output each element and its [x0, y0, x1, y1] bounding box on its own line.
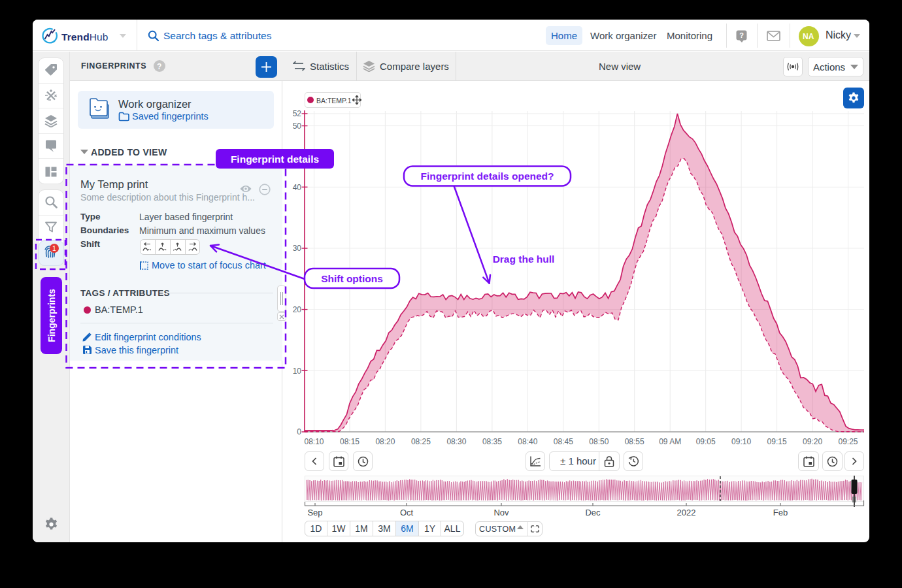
svg-text:Fingerprint details: Fingerprint details [231, 154, 319, 165]
svg-text:Dec: Dec [585, 508, 601, 517]
svg-text:08:35: 08:35 [482, 437, 502, 446]
svg-text:20: 20 [293, 305, 302, 314]
svg-text:50: 50 [293, 122, 302, 131]
svg-text:Oct: Oct [400, 508, 414, 517]
svg-text:30: 30 [293, 244, 302, 253]
svg-text:Sep: Sep [307, 508, 322, 517]
svg-text:08:45: 08:45 [554, 437, 573, 446]
svg-text:10: 10 [293, 367, 302, 376]
svg-text:09:10: 09:10 [731, 437, 751, 446]
svg-text:Shift options: Shift options [321, 273, 383, 284]
svg-text:0: 0 [297, 427, 301, 436]
svg-text:Fingerprint details opened?: Fingerprint details opened? [420, 171, 554, 182]
svg-text:Nov: Nov [493, 508, 509, 517]
svg-text:08:15: 08:15 [340, 437, 359, 446]
svg-text:09:20: 09:20 [803, 437, 822, 446]
svg-text:08:40: 08:40 [518, 437, 537, 446]
svg-text:09:05: 09:05 [696, 437, 716, 446]
svg-text:09:25: 09:25 [838, 437, 858, 446]
svg-text:08:10: 08:10 [304, 437, 324, 446]
svg-text:08:20: 08:20 [375, 437, 395, 446]
svg-text:08:50: 08:50 [589, 437, 609, 446]
svg-text:2022: 2022 [677, 508, 696, 517]
svg-text:08:25: 08:25 [411, 437, 431, 446]
svg-text:09 AM: 09 AM [659, 437, 681, 446]
svg-text:Drag the hull: Drag the hull [493, 253, 555, 265]
svg-text:09:15: 09:15 [767, 437, 787, 446]
svg-text:Feb: Feb [773, 508, 788, 517]
svg-text:52: 52 [293, 109, 302, 118]
svg-text:08:30: 08:30 [446, 437, 466, 446]
svg-text:40: 40 [293, 183, 302, 192]
svg-text:08:55: 08:55 [625, 437, 644, 446]
